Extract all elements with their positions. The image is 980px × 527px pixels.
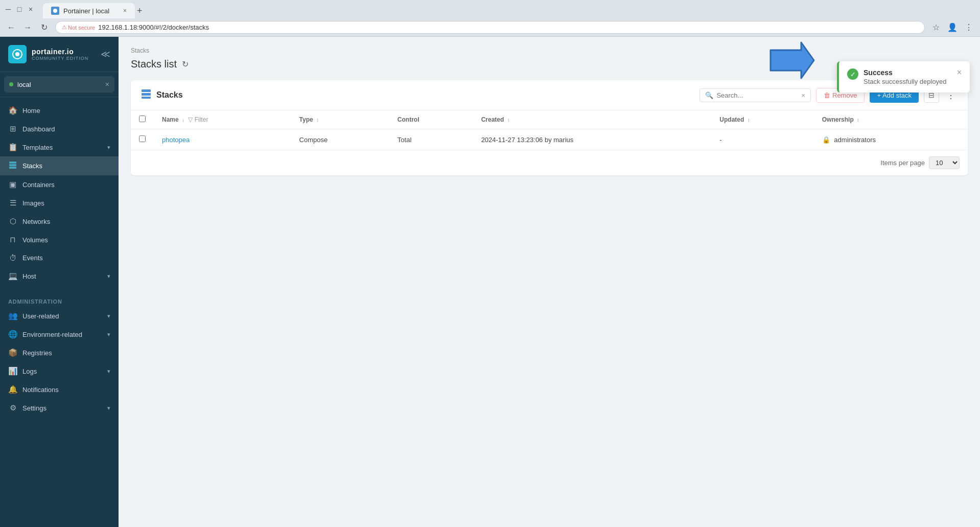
svg-point-2: [15, 52, 19, 56]
bookmark-button[interactable]: ☆: [929, 20, 943, 35]
filter-button[interactable]: ▽ Filter: [188, 116, 208, 123]
sidebar-item-logs[interactable]: 📊 Logs ▾: [0, 362, 119, 380]
address-bar: ← → ↻ ⚠ Not secure 192.168.1.18:9000/#!/…: [0, 18, 980, 37]
sidebar-item-label: Environment-related: [22, 331, 102, 338]
row-checkbox-cell[interactable]: [131, 129, 154, 150]
tab-bar: Portainer | local × +: [39, 0, 149, 18]
created-column-header[interactable]: Created ↕: [473, 110, 712, 129]
main-content: Stacks Stacks list ↻ Stacks 🔍: [119, 37, 980, 527]
toast-message: Stack successfully deployed: [864, 78, 952, 85]
restore-button[interactable]: □: [15, 5, 24, 13]
sidebar-item-label: Stacks: [22, 162, 110, 170]
sidebar-item-home[interactable]: 🏠 Home: [0, 101, 119, 120]
sidebar-item-label: Notifications: [22, 386, 110, 394]
stack-updated-cell: -: [711, 129, 813, 150]
templates-icon: 📋: [8, 143, 17, 152]
ownership-column-header[interactable]: Ownership ↕: [814, 110, 968, 129]
svg-rect-8: [142, 97, 151, 99]
search-input[interactable]: [716, 91, 798, 99]
sidebar-item-label: Templates: [22, 144, 102, 151]
admin-nav: Administration 👥 User-related ▾ 🌐 Enviro…: [0, 289, 119, 421]
sidebar-item-images[interactable]: ☰ Images: [0, 194, 119, 212]
nav-buttons[interactable]: ← → ↻: [4, 20, 51, 35]
sidebar-toggle-button[interactable]: ≪: [101, 49, 110, 60]
table-body: photopea Compose Total 2024-11-27 13:23:…: [131, 129, 968, 150]
sort-icon: ↕: [857, 117, 859, 123]
sidebar-item-user-related[interactable]: 👥 User-related ▾: [0, 307, 119, 325]
stack-created-cell: 2024-11-27 13:23:06 by marius: [473, 129, 712, 150]
registries-icon: 📦: [8, 348, 17, 357]
warning-icon: ⚠: [62, 24, 67, 31]
minimize-button[interactable]: ─: [4, 5, 12, 13]
stacks-panel-icon: [141, 89, 151, 102]
sidebar-item-events[interactable]: ⏱ Events: [0, 249, 119, 267]
tab-title: Portainer | local: [63, 7, 109, 15]
sidebar-item-stacks[interactable]: Stacks: [0, 156, 119, 175]
sidebar-item-notifications[interactable]: 🔔 Notifications: [0, 380, 119, 399]
select-all-checkbox[interactable]: [139, 116, 146, 122]
items-per-page-select[interactable]: 10 20 50 100: [929, 156, 960, 169]
security-indicator: ⚠ Not secure: [62, 24, 95, 31]
name-column-header: Name ↓ ▽ Filter: [154, 110, 291, 129]
title-bar: ─ □ × Portainer | local × +: [0, 0, 980, 18]
sort-icon: ↕: [316, 117, 319, 123]
breadcrumb: Stacks: [131, 47, 968, 54]
sidebar-item-registries[interactable]: 📦 Registries: [0, 343, 119, 362]
refresh-button[interactable]: ↻: [182, 59, 189, 69]
sidebar-item-containers[interactable]: ▣ Containers: [0, 175, 119, 194]
endpoint-close-button[interactable]: ×: [105, 80, 109, 88]
search-clear-button[interactable]: ×: [801, 91, 805, 99]
active-tab[interactable]: Portainer | local ×: [43, 3, 135, 18]
window-controls[interactable]: ─ □ ×: [4, 5, 35, 13]
profile-button[interactable]: 👤: [945, 20, 960, 35]
containers-icon: ▣: [8, 180, 17, 189]
sidebar-item-label: Dashboard: [22, 125, 110, 133]
logo-edition: Community Edition: [32, 56, 88, 61]
svg-rect-4: [9, 164, 16, 166]
type-column-header[interactable]: Type ↕: [291, 110, 389, 129]
sidebar-item-host[interactable]: 💻 Host ▾: [0, 267, 119, 285]
notifications-icon: 🔔: [8, 385, 17, 394]
tab-close-button[interactable]: ×: [123, 7, 127, 14]
sidebar-item-dashboard[interactable]: ⊞ Dashboard: [0, 120, 119, 138]
remove-icon: 🗑: [824, 91, 830, 99]
close-window-button[interactable]: ×: [27, 5, 35, 13]
ownership-icon: 🔒: [822, 136, 830, 144]
search-box[interactable]: 🔍 ×: [699, 88, 811, 102]
toast-success-icon: ✓: [847, 68, 858, 80]
row-checkbox[interactable]: [139, 135, 146, 142]
sidebar-item-templates[interactable]: 📋 Templates ▾: [0, 138, 119, 156]
sidebar-item-label: User-related: [22, 312, 102, 320]
updated-column-header[interactable]: Updated ↕: [711, 110, 813, 129]
sidebar-item-volumes[interactable]: ⊓ Volumes: [0, 231, 119, 249]
sidebar-item-networks[interactable]: ⬡ Networks: [0, 212, 119, 231]
logo-name: portainer.io: [32, 48, 88, 56]
svg-point-0: [53, 9, 57, 13]
control-column-header: Control: [389, 110, 473, 129]
stack-control-cell: Total: [389, 129, 473, 150]
more-options-button[interactable]: ⋮: [962, 20, 976, 35]
svg-rect-6: [142, 89, 151, 92]
back-button[interactable]: ←: [4, 20, 18, 35]
browser-actions[interactable]: ☆ 👤 ⋮: [929, 20, 976, 35]
url-bar[interactable]: ⚠ Not secure 192.168.1.18:9000/#!/2/dock…: [55, 21, 925, 34]
sidebar-item-settings[interactable]: ⚙ Settings ▾: [0, 399, 119, 417]
stack-name-link[interactable]: photopea: [162, 136, 190, 144]
networks-icon: ⬡: [8, 217, 17, 226]
volumes-icon: ⊓: [8, 235, 17, 244]
main-nav: 🏠 Home ⊞ Dashboard 📋 Templates ▾: [0, 97, 119, 289]
pagination-area: Items per page 10 20 50 100: [131, 150, 968, 175]
svg-rect-3: [9, 162, 16, 164]
toast-close-button[interactable]: ×: [957, 68, 962, 77]
sort-icon: ↕: [748, 117, 750, 123]
new-tab-button[interactable]: +: [135, 4, 145, 18]
forward-button[interactable]: →: [20, 20, 35, 35]
sidebar-item-label: Host: [22, 272, 102, 280]
endpoint-item[interactable]: local ×: [4, 76, 114, 93]
table-header: Name ↓ ▽ Filter Type ↕ Control: [131, 110, 968, 129]
table-row: photopea Compose Total 2024-11-27 13:23:…: [131, 129, 968, 150]
logs-icon: 📊: [8, 366, 17, 376]
reload-button[interactable]: ↻: [37, 20, 51, 35]
home-icon: 🏠: [8, 106, 17, 115]
sidebar-item-environment-related[interactable]: 🌐 Environment-related ▾: [0, 325, 119, 343]
